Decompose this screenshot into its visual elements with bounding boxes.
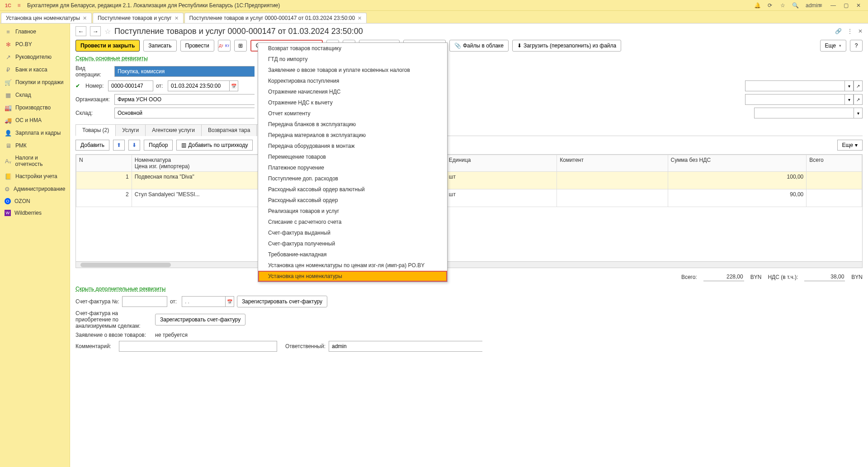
invoice-num-input[interactable] [122,296,167,307]
date-input[interactable] [168,80,229,91]
ditem-15[interactable]: Реализация товаров и услуг [258,206,447,217]
back-button[interactable]: ← [75,26,86,36]
calendar-icon[interactable]: 📅 [229,80,238,91]
ditem-4[interactable]: Отражение начисления НДС [258,86,447,97]
sidebar-item-wb[interactable]: WWildberries [0,207,70,219]
bell-icon[interactable]: 🔔 [753,2,761,9]
select-button[interactable]: Подбор [144,140,173,151]
ditem-11[interactable]: Платежное поручение [258,162,447,173]
table-row[interactable]: 1 Подвесная полка "Diva" 1,000100,00 20 … [76,172,862,189]
sidebar-item-settings[interactable]: 📒Настройки учета [0,170,70,183]
ditem-5[interactable]: Отражение НДС к вычету [258,97,447,108]
tab-receipt-doc[interactable]: Поступление товаров и услуг 0000-000147 … [184,13,367,23]
hide-extra-link[interactable]: Скрыть дополнительные реквизиты [75,286,165,292]
close-icon[interactable]: ✕ [83,15,87,21]
register-invoice-button[interactable]: Зарегистрировать счет-фактуру [237,296,327,307]
th-total[interactable]: Всего [807,155,862,172]
number-input[interactable] [108,80,153,91]
extra-select-2[interactable] [745,94,844,105]
ditem-12[interactable]: Поступление доп. расходов [258,173,447,184]
hide-main-link[interactable]: Скрыть основные реквизиты [75,55,148,61]
tab-price-setting[interactable]: Установка цен номенклатуры ✕ [1,13,92,23]
close-doc-icon[interactable]: ✕ [858,28,863,34]
th-komitent[interactable]: Комитент [557,155,668,172]
search-icon[interactable]: 🔍 [791,2,799,9]
history-icon[interactable]: ⟳ [766,2,774,9]
sub-more-button[interactable]: Еще ▾ [837,140,863,151]
more-icon[interactable]: ⋮ [847,28,853,34]
ditem-8[interactable]: Передача материалов в эксплуатацию [258,130,447,141]
add-row-button[interactable]: Добавить [75,140,109,151]
dropdown-icon[interactable]: ▾ [844,80,854,91]
dtkt-button[interactable]: ДтКт [218,40,231,52]
doc-tab-services[interactable]: Услуги [115,124,146,136]
sidebar-item-warehouse[interactable]: ▦Склад [0,89,70,101]
barcode-button[interactable]: ▥Добавить по штрихкоду [176,140,253,151]
doc-tab-agent[interactable]: Агентские услуги [145,124,202,136]
table-row[interactable]: 2 Стул Sandalyeci "MESSI... 1,00090,00 2… [76,189,862,207]
sidebar-item-main[interactable]: ≡Главное [0,25,70,38]
link-icon[interactable]: 🔗 [835,28,842,34]
comment-input[interactable] [119,341,277,352]
star-icon[interactable]: ☆ [778,2,787,9]
sidebar-item-assets[interactable]: 🚚ОС и НМА [0,114,70,127]
ditem-6[interactable]: Отчет комитенту [258,108,447,119]
ditem-10[interactable]: Перемещение товаров [258,151,447,162]
extra-select-1[interactable] [745,80,844,91]
more-button[interactable]: Еще [820,40,846,52]
save-button[interactable]: Записать [143,40,176,52]
responsible-input[interactable] [329,341,482,352]
minimize-icon[interactable]: — [829,2,837,9]
close-icon[interactable]: ✕ [358,15,362,21]
ditem-7[interactable]: Передача бланков в эксплуатацию [258,119,447,130]
doc-tab-goods[interactable]: Товары (2) [75,124,116,136]
ditem-17[interactable]: Счет-фактура выданный [258,227,447,238]
th-unit[interactable]: Единица [446,155,557,172]
invoice-date-input[interactable] [182,296,225,307]
post-button[interactable]: Провести [180,40,214,52]
main-menu-icon[interactable]: ≡ [14,2,24,9]
move-up-button[interactable]: ⬆ [113,140,125,151]
close-icon[interactable]: ✕ [175,15,179,21]
operation-input[interactable] [114,66,255,77]
ditem-20[interactable]: Установка цен номенклатуры по ценам изг-… [258,260,447,271]
ditem-0[interactable]: Возврат товаров поставщику [258,43,447,54]
sidebar-item-admin[interactable]: ⚙Администрирование [0,183,70,195]
sidebar-item-ozon[interactable]: OOZON [0,195,70,207]
sidebar-item-manager[interactable]: ↗Руководителю [0,51,70,63]
warehouse-input[interactable] [114,108,255,118]
register-invoice-button-2[interactable]: Зарегистрировать счет-фактуру [155,314,245,325]
help-button[interactable]: ? [850,40,863,52]
open-icon[interactable]: ↗ [854,94,863,105]
dropdown-icon[interactable]: ▾ [854,108,863,118]
sidebar-item-production[interactable]: 🏭Производство [0,101,70,114]
forward-button[interactable]: → [90,26,101,36]
open-icon[interactable]: ↗ [854,80,863,91]
ditem-1[interactable]: ГТД по импорту [258,54,447,65]
th-sum[interactable]: Сумма без НДС [668,155,807,172]
sidebar-item-salary[interactable]: 👤Зарплата и кадры [0,127,70,139]
restore-icon[interactable]: ▢ [842,2,850,9]
ditem-13[interactable]: Расходный кассовый ордер валютный [258,184,447,195]
th-n[interactable]: N [76,155,132,172]
ditem-14[interactable]: Расходный кассовый ордер [258,195,447,206]
post-close-button[interactable]: Провести и закрыть [75,40,140,52]
sidebar-item-rmk[interactable]: 🖥РМК [0,139,70,152]
user-name[interactable]: admin [804,2,812,9]
move-down-button[interactable]: ⬇ [128,140,140,151]
sidebar-item-bank[interactable]: ₽Банк и касса [0,63,70,76]
ditem-9[interactable]: Передача оборудования в монтаж [258,141,447,151]
th-nom[interactable]: НоменклатураЦена изг. (импортера) [132,155,270,172]
sidebar-item-taxes[interactable]: AᵧНалоги и отчетность [0,152,70,170]
settings-icon[interactable]: ≡ [816,2,825,9]
ditem-16[interactable]: Списание с расчетного счета [258,217,447,227]
favorite-icon[interactable]: ☆ [104,27,111,36]
horizontal-scrollbar[interactable] [76,261,862,268]
tab-receipt-list[interactable]: Поступление товаров и услуг ✕ [93,13,184,23]
ditem-21[interactable]: Установка цен номенклатуры [258,271,447,282]
extra-select-3[interactable] [754,108,854,118]
ditem-18[interactable]: Счет-фактура полученный [258,238,447,249]
files-button[interactable]: 📎Файлы в облаке [449,40,509,52]
calendar-icon[interactable]: 📅 [225,296,234,307]
close-window-icon[interactable]: ✕ [854,2,863,9]
